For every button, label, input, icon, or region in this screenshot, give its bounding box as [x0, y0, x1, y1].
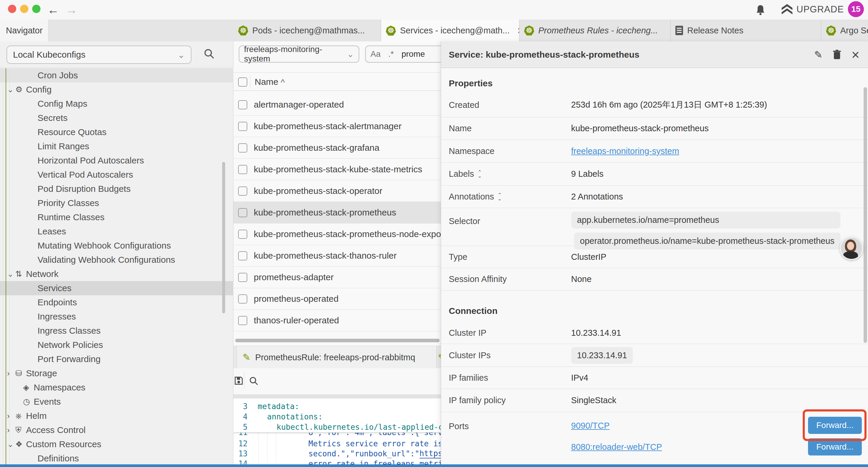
resource-tree: Cron Jobs ⌄ ⚙ Config Config Maps Secrets — [0, 68, 234, 466]
upgrade-chevrons-icon[interactable] — [780, 4, 794, 16]
sidebar-item[interactable]: Secrets — [0, 111, 234, 125]
port-link-9090[interactable]: 9090/TCP — [571, 421, 610, 431]
sidebar-item[interactable]: ⌄ ⇅ Network — [0, 267, 234, 281]
sidebar-item[interactable]: Port Forwarding — [0, 352, 234, 366]
sidebar-item[interactable]: Network Policies — [0, 338, 234, 352]
namespace-filter-dropdown[interactable]: freeleaps-monitoring-system ⌄ — [239, 46, 359, 63]
sidebar-item[interactable]: Validating Webhook Configurations — [0, 253, 234, 267]
back-arrow-icon[interactable]: ← — [47, 2, 59, 18]
expand-collapse-icon[interactable]: ⌃⌄ — [477, 170, 482, 178]
service-name: kube-prometheus-stack-grafana — [254, 143, 379, 153]
sidebar-item[interactable]: Definitions — [0, 451, 234, 466]
row-checkbox[interactable] — [238, 230, 247, 239]
tree-chevron-icon[interactable]: › — [7, 411, 16, 420]
tree-chevron-icon[interactable]: ⌄ — [7, 269, 16, 279]
sidebar-item-label: Limit Ranges — [37, 141, 89, 151]
tab-strip: Navigator ☸ Pods - icecheng@mathmas... ☸… — [0, 20, 868, 42]
detail-row-selector: Selector app.kubernetes.io/name=promethe… — [441, 208, 868, 246]
row-checkbox[interactable] — [238, 100, 247, 109]
sidebar-item[interactable]: Vertical Pod Autoscalers — [0, 168, 234, 182]
tab-prometheus-rules[interactable]: ☸ Prometheus Rules - icecheng... — [519, 20, 671, 41]
sidebar-item[interactable]: › ⛨ Access Control — [0, 423, 234, 437]
close-tab-icon[interactable]: × — [517, 25, 519, 37]
edit-pencil-icon[interactable]: ✎ — [814, 49, 823, 61]
sidebar-item[interactable]: Runtime Classes — [0, 210, 234, 224]
sidebar-item[interactable]: ⌄ ❖ Custom Resources — [0, 437, 234, 451]
sidebar-item[interactable]: Leases — [0, 224, 234, 238]
upgrade-button[interactable]: UPGRADE — [797, 4, 844, 15]
selector-chip[interactable]: operator.prometheus.io/name=kube-prometh… — [574, 233, 840, 250]
tab-services[interactable]: ☸ Services - icecheng@math... × — [381, 20, 519, 42]
selector-chip[interactable]: app.kubernetes.io/name=prometheus — [571, 212, 840, 229]
row-checkbox[interactable] — [238, 143, 247, 152]
tree-chevron-icon[interactable]: ⌄ — [7, 85, 16, 94]
sidebar-item[interactable]: Ingresses — [0, 310, 234, 324]
sidebar-item[interactable]: ◷ Events — [0, 395, 234, 409]
window-bottom-accent-bar — [0, 464, 868, 467]
sidebar-item[interactable]: Resource Quotas — [0, 125, 234, 139]
cluster-ip-chip[interactable]: 10.233.14.91 — [571, 347, 633, 364]
service-name: kube-prometheus-stack-prometheus-node-ex… — [254, 229, 444, 239]
code-text: metadata: — [258, 402, 299, 411]
sidebar-item[interactable]: Limit Ranges — [0, 139, 234, 153]
tree-chevron-icon[interactable]: ⌄ — [7, 440, 16, 449]
tab-pods[interactable]: ☸ Pods - icecheng@mathmas... — [234, 20, 381, 41]
editor-search-icon[interactable] — [249, 376, 259, 386]
tab-argo[interactable]: ☸ Argo Se — [821, 20, 868, 41]
regex-toggle[interactable]: .* — [388, 49, 394, 59]
close-window-button[interactable] — [8, 5, 16, 13]
sidebar-item[interactable]: Priority Classes — [0, 196, 234, 210]
search-icon[interactable] — [203, 48, 215, 60]
sidebar-item-label: Storage — [26, 368, 57, 378]
expand-collapse-icon[interactable]: ⌃⌄ — [498, 193, 502, 201]
user-avatar[interactable] — [840, 236, 863, 260]
sidebar-panel-tab-navigator[interactable]: Navigator — [0, 20, 49, 41]
name-column-header[interactable]: Name — [255, 77, 278, 87]
row-checkbox[interactable] — [238, 165, 247, 174]
tab-release-notes[interactable]: Release Notes — [671, 20, 821, 41]
sidebar-scrollbar[interactable] — [222, 162, 225, 313]
row-checkbox[interactable] — [238, 186, 247, 196]
delete-trash-icon[interactable] — [833, 49, 841, 60]
close-panel-icon[interactable]: × — [851, 50, 860, 60]
notification-count-badge[interactable]: 15 — [848, 1, 864, 17]
row-checkbox[interactable] — [238, 294, 247, 303]
sidebar-item[interactable]: Config Maps — [0, 97, 234, 111]
sidebar-item[interactable]: Cron Jobs — [0, 68, 234, 83]
notifications-bell-icon[interactable] — [755, 4, 766, 16]
row-checkbox[interactable] — [238, 273, 247, 282]
row-checkbox[interactable] — [238, 208, 247, 217]
sidebar-item[interactable]: Services — [0, 281, 234, 295]
kubeconfig-selector[interactable]: Local Kubeconfigs ⌄ — [6, 46, 191, 64]
port-link-8080[interactable]: 8080:reloader-web/TCP — [571, 442, 662, 452]
sidebar-item[interactable]: ◈ Namespaces — [0, 380, 234, 395]
sidebar-item[interactable]: ⌄ ⚙ Config — [0, 83, 234, 97]
row-label: Name — [449, 123, 571, 133]
match-case-toggle[interactable]: Aa — [370, 49, 380, 59]
sidebar-item[interactable]: Pod Disruption Budgets — [0, 182, 234, 196]
horizontal-scrollbar[interactable] — [235, 339, 440, 342]
namespace-link[interactable]: freeleaps-monitoring-system — [571, 146, 679, 156]
navigator-tab-label: Navigator — [6, 26, 42, 35]
row-checkbox[interactable] — [238, 251, 247, 260]
detail-row-ports: Ports 9090/TCP 8080:reloader-web/TCP For… — [441, 412, 868, 465]
tree-chevron-icon[interactable]: › — [7, 426, 16, 435]
minimize-window-button[interactable] — [20, 5, 28, 13]
sidebar-item-label: Definitions — [37, 454, 79, 463]
row-checkbox[interactable] — [238, 122, 247, 131]
sidebar-item[interactable]: Horizontal Pod Autoscalers — [0, 153, 234, 168]
sidebar-item[interactable]: › ⛁ Storage — [0, 366, 234, 380]
sidebar-item[interactable]: Mutating Webhook Configurations — [0, 238, 234, 253]
tree-chevron-icon[interactable]: › — [7, 369, 16, 378]
select-all-checkbox[interactable] — [238, 78, 247, 87]
row-checkbox[interactable] — [238, 316, 247, 325]
save-icon[interactable] — [234, 375, 244, 386]
sidebar-item[interactable]: › ⎈ Helm — [0, 409, 234, 423]
forward-arrow-icon[interactable]: → — [66, 2, 78, 18]
sidebar-item[interactable]: Endpoints — [0, 295, 234, 310]
maximize-window-button[interactable] — [32, 5, 40, 13]
sidebar-item[interactable]: Ingress Classes — [0, 324, 234, 338]
detail-scrollbar[interactable] — [864, 87, 867, 343]
editor-tab-prometheusrule[interactable]: ✎ PrometheusRule: freeleaps-prod-rabbitm… — [236, 346, 437, 369]
sort-ascending-icon[interactable]: ^ — [281, 78, 285, 87]
